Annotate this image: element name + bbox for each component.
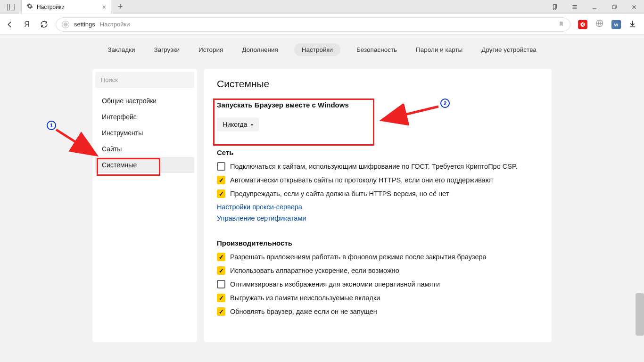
gear-icon — [26, 3, 33, 11]
svg-rect-0 — [7, 4, 15, 10]
downloads-icon[interactable] — [628, 20, 636, 29]
sidebar-item-sites[interactable]: Сайты — [95, 141, 194, 157]
perf-opt-background[interactable]: Разрешать приложениям работать в фоновом… — [217, 253, 538, 261]
page-title: Системные — [217, 78, 538, 90]
translate-icon[interactable] — [595, 19, 604, 30]
settings-sidebar: Поиск Общие настройки Интерфейс Инструме… — [92, 69, 197, 342]
checkbox-label: Автоматически открывать сайты по протоко… — [230, 176, 494, 184]
toolbar: Я settings Настройки w — [0, 14, 644, 35]
window-minimize-button[interactable] — [585, 0, 604, 14]
proxy-settings-link[interactable]: Настройки прокси-сервера — [217, 203, 538, 211]
nav-item-settings[interactable]: Настройки — [294, 43, 340, 56]
address-bar[interactable]: settings Настройки — [56, 17, 570, 32]
perf-opt-optimize-images[interactable]: Оптимизировать изображения для экономии … — [217, 280, 538, 288]
sidebar-item-tools[interactable]: Инструменты — [95, 125, 194, 141]
tab-title: Настройки — [37, 4, 99, 10]
nav-item-history[interactable]: История — [196, 43, 226, 56]
nav-item-downloads[interactable]: Загрузки — [151, 43, 182, 56]
settings-nav: Закладки Загрузки История Дополнения Нас… — [0, 35, 644, 64]
startup-block: Запускать Браузер вместе с Windows Никог… — [217, 101, 538, 132]
nav-item-addons[interactable]: Дополнения — [239, 43, 281, 56]
sidebar-item-system[interactable]: Системные — [95, 157, 194, 173]
checkbox-icon[interactable] — [217, 189, 225, 198]
perf-opt-unload-tabs[interactable]: Выгружать из памяти неиспользуемые вклад… — [217, 294, 538, 302]
checkbox-label: Предупреждать, если у сайта должна быть … — [230, 190, 449, 197]
checkbox-icon[interactable] — [217, 176, 225, 184]
bookmarks-bar-icon[interactable] — [545, 0, 565, 14]
network-opt-https-auto[interactable]: Автоматически открывать сайты по протоко… — [217, 176, 538, 184]
browser-tab-active[interactable]: Настройки × — [22, 0, 111, 14]
annotation-badge-2: 2 — [440, 99, 450, 108]
checkbox-icon[interactable] — [217, 162, 225, 171]
sidebar-item-interface[interactable]: Интерфейс — [95, 109, 194, 125]
checkbox-label: Выгружать из памяти неиспользуемые вклад… — [230, 294, 380, 302]
toolbar-right-icons: w — [577, 19, 639, 30]
checkbox-icon[interactable] — [217, 307, 225, 316]
network-title: Сеть — [217, 148, 538, 156]
network-opt-gost[interactable]: Подключаться к сайтам, использующим шифр… — [217, 162, 538, 171]
nav-item-bookmarks[interactable]: Закладки — [105, 43, 138, 56]
sidebar-item-general[interactable]: Общие настройки — [95, 93, 194, 109]
checkbox-icon[interactable] — [217, 294, 225, 302]
checkbox-label: Оптимизировать изображения для экономии … — [230, 280, 440, 288]
window-close-button[interactable] — [624, 0, 644, 14]
startup-dropdown-value: Никогда — [223, 121, 247, 128]
network-opt-https-warn[interactable]: Предупреждать, если у сайта должна быть … — [217, 189, 538, 198]
reload-button[interactable] — [39, 19, 49, 30]
checkbox-label: Разрешать приложениям работать в фоновом… — [230, 253, 487, 261]
performance-title: Производительность — [217, 239, 538, 247]
vk-icon[interactable]: w — [611, 20, 621, 29]
checkbox-icon[interactable] — [217, 280, 225, 288]
nav-item-security[interactable]: Безопасность — [354, 43, 400, 56]
yandex-home-icon[interactable]: Я — [22, 19, 32, 30]
startup-dropdown[interactable]: Никогда ▾ — [217, 117, 259, 132]
tab-close-icon[interactable]: × — [102, 3, 106, 11]
checkbox-label: Подключаться к сайтам, использующим шифр… — [230, 163, 518, 170]
tab-strip: Настройки × + — [0, 0, 644, 14]
vertical-scrollbar-thumb[interactable] — [636, 293, 644, 336]
window-controls — [545, 0, 644, 14]
menu-icon[interactable] — [565, 0, 585, 14]
back-button[interactable] — [5, 19, 15, 30]
settings-main-panel: Системные Запускать Браузер вместе с Win… — [204, 69, 552, 342]
checkbox-icon[interactable] — [217, 253, 225, 261]
new-tab-button[interactable]: + — [111, 0, 129, 14]
annotation-badge-1: 1 — [47, 121, 56, 130]
address-segment-secondary: Настройки — [100, 21, 130, 28]
bookmark-flag-icon[interactable] — [558, 20, 564, 29]
perf-opt-hw-accel[interactable]: Использовать аппаратное ускорение, если … — [217, 266, 538, 275]
sidebar-search-input[interactable]: Поиск — [95, 72, 194, 88]
settings-content: Поиск Общие настройки Интерфейс Инструме… — [0, 64, 644, 342]
svg-rect-6 — [612, 6, 616, 8]
perf-opt-auto-update[interactable]: Обновлять браузер, даже если он не запущ… — [217, 307, 538, 316]
site-identity-icon[interactable] — [62, 21, 69, 28]
checkbox-label: Обновлять браузер, даже если он не запущ… — [230, 308, 377, 315]
nav-item-passwords[interactable]: Пароли и карты — [413, 43, 465, 56]
adblock-icon[interactable] — [578, 20, 587, 29]
svg-rect-1 — [7, 4, 9, 10]
startup-title: Запускать Браузер вместе с Windows — [217, 101, 538, 109]
chevron-down-icon: ▾ — [251, 122, 253, 127]
nav-item-other-devices[interactable]: Другие устройства — [479, 43, 539, 56]
checkbox-label: Использовать аппаратное ускорение, если … — [230, 267, 399, 274]
sidebar-toggle-button[interactable] — [0, 0, 22, 14]
address-segment-primary: settings — [74, 21, 95, 28]
checkbox-icon[interactable] — [217, 266, 225, 275]
window-maximize-button[interactable] — [604, 0, 624, 14]
certificates-link[interactable]: Управление сертификатами — [217, 214, 538, 222]
